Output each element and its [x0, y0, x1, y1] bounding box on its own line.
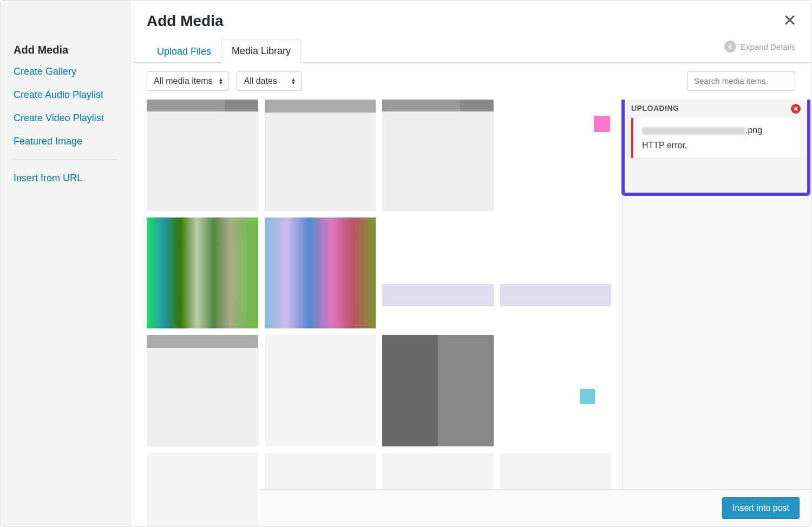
upload-error-message: HTTP error.: [642, 141, 792, 150]
close-icon: [784, 15, 795, 25]
insert-into-post-button[interactable]: Insert into post: [722, 497, 800, 519]
chevron-left-icon: [724, 41, 736, 52]
main-panel: Add Media Expand Details Upload Files Me…: [130, 1, 811, 526]
media-thumbnail[interactable]: [147, 335, 258, 446]
media-thumbnail[interactable]: [265, 335, 376, 446]
uploading-heading: Uploading: [631, 104, 801, 113]
media-thumbnail[interactable]: [265, 218, 376, 329]
media-grid: [130, 100, 622, 526]
sidebar-link-create-gallery[interactable]: Create Gallery: [14, 66, 117, 77]
media-thumbnail[interactable]: [265, 100, 376, 211]
filename-extension: .png: [745, 126, 762, 135]
close-icon: [793, 106, 798, 111]
sidebar-link-featured-image[interactable]: Featured Image: [14, 136, 117, 147]
search-box[interactable]: [687, 71, 795, 91]
toolbar: All media items ▲▼ All dates ▲▼: [130, 63, 811, 100]
upload-error-highlight: Uploading .png HTTP error.: [621, 100, 810, 196]
media-thumbnail[interactable]: [382, 335, 494, 446]
tab-upload-files[interactable]: Upload Files: [147, 40, 221, 63]
media-thumbnail[interactable]: [382, 100, 494, 211]
filter-type-label: All media items: [154, 76, 212, 86]
upload-filename: .png: [642, 126, 792, 135]
filter-type-dropdown[interactable]: All media items ▲▼: [147, 71, 229, 91]
sidebar-divider: [14, 159, 117, 160]
dismiss-error-button[interactable]: [791, 104, 801, 114]
media-thumbnail[interactable]: [147, 100, 258, 211]
media-thumbnail[interactable]: [147, 453, 258, 527]
sidebar-link-create-audio-playlist[interactable]: Create Audio Playlist: [14, 89, 117, 101]
select-caret-icon: ▲▼: [219, 78, 224, 84]
close-button[interactable]: [784, 15, 795, 28]
main-header: Add Media Expand Details: [130, 1, 811, 39]
media-thumbnail[interactable]: [500, 100, 612, 211]
sidebar-link-create-video-playlist[interactable]: Create Video Playlist: [14, 113, 117, 124]
tab-media-library[interactable]: Media Library: [221, 39, 301, 63]
media-thumbnail[interactable]: [500, 335, 612, 446]
expand-details-label: Expand Details: [741, 42, 795, 51]
modal-footer: Insert into post: [261, 489, 811, 526]
filter-date-label: All dates: [244, 76, 277, 86]
filter-date-dropdown[interactable]: All dates ▲▼: [237, 71, 302, 91]
attachment-details-panel: Uploading .png HTTP error.: [622, 100, 811, 526]
sidebar-link-insert-from-url[interactable]: Insert from URL: [14, 173, 117, 184]
expand-details-button[interactable]: Expand Details: [724, 41, 795, 52]
media-thumbnail[interactable]: [382, 218, 494, 329]
tabs: Upload Files Media Library: [130, 39, 811, 63]
sidebar-heading-add-media: Add Media: [14, 44, 117, 56]
select-caret-icon: ▲▼: [291, 78, 296, 84]
search-input[interactable]: [694, 76, 788, 85]
filename-redacted: [642, 127, 745, 135]
media-thumbnail[interactable]: [500, 218, 612, 329]
media-thumbnail[interactable]: [147, 218, 258, 329]
sidebar: Add Media Create Gallery Create Audio Pl…: [1, 1, 130, 526]
upload-error-card: .png HTTP error.: [631, 118, 801, 158]
page-title: Add Media: [147, 12, 795, 30]
